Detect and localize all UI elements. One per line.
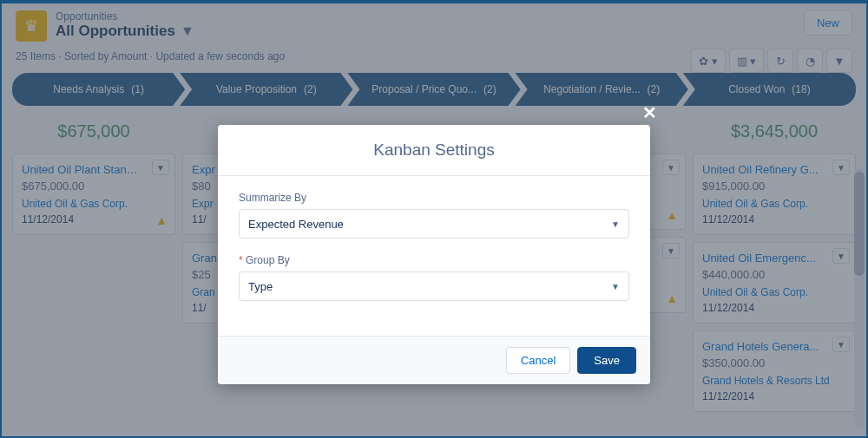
- chevron-down-icon: ▼: [611, 219, 620, 229]
- chevron-down-icon: ▼: [611, 282, 620, 291]
- modal-overlay: Kanban Settings Summarize By Expected Re…: [2, 3, 866, 436]
- summarize-by-label: Summarize By: [239, 192, 629, 204]
- close-icon[interactable]: ✕: [642, 102, 657, 123]
- group-by-label: Group By: [239, 254, 629, 266]
- save-button[interactable]: Save: [577, 347, 636, 374]
- cancel-button[interactable]: Cancel: [506, 347, 570, 374]
- summarize-by-select[interactable]: Expected Revenue ▼: [239, 209, 629, 239]
- group-by-select[interactable]: Type ▼: [239, 271, 629, 301]
- modal-title: Kanban Settings: [218, 125, 650, 176]
- kanban-settings-modal: Kanban Settings Summarize By Expected Re…: [218, 125, 650, 384]
